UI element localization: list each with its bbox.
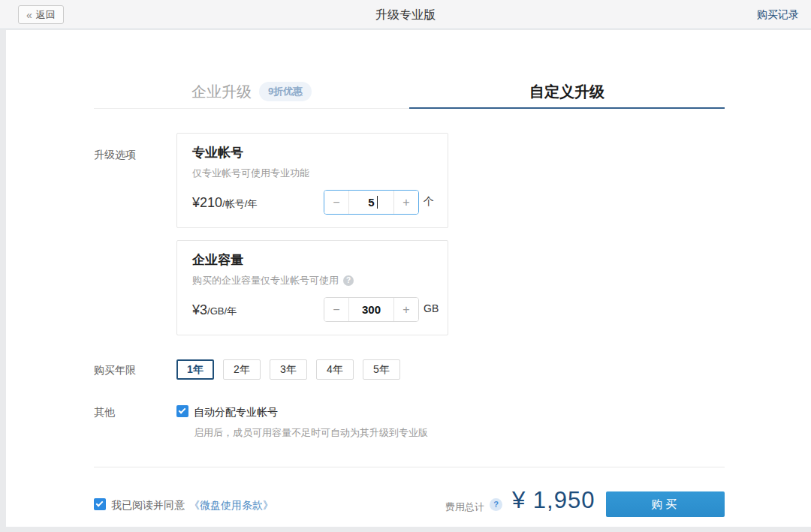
quantity-unit: GB — [424, 302, 439, 314]
auto-assign-checkbox[interactable] — [176, 405, 188, 417]
minus-button[interactable]: − — [324, 191, 349, 214]
total-label: 费用总计 — [445, 500, 484, 514]
auto-assign-desc: 启用后，成员可用容量不足时可自动为其升级到专业版 — [194, 426, 428, 440]
purchase-history-link[interactable]: 购买记录 — [757, 0, 799, 29]
tab-enterprise-label: 企业升级 — [191, 82, 252, 102]
capacity-help-icon[interactable]: ? — [343, 275, 354, 286]
discount-badge: 9折优惠 — [259, 82, 312, 101]
active-tab-underline — [409, 107, 725, 109]
total-amount: ¥ 1,950 — [512, 487, 595, 514]
quantity-cell — [349, 298, 393, 321]
terms-checkbox[interactable] — [94, 498, 106, 510]
agree-text: 我已阅读并同意 — [111, 499, 185, 512]
year-option-1[interactable]: 1年 — [176, 359, 214, 380]
buy-button[interactable]: 购买 — [606, 491, 725, 517]
year-option-5[interactable]: 5年 — [363, 359, 400, 380]
price-row: ¥3 /GB/年 — [192, 302, 237, 318]
unit-price: ¥3 — [192, 302, 207, 318]
upgrade-options-label: 升级选项 — [94, 149, 136, 162]
plus-button[interactable]: + — [393, 298, 418, 321]
card-title: 企业容量 — [192, 251, 243, 269]
capacity-quantity-stepper: − + — [324, 297, 419, 322]
auto-assign-label: 自动分配专业帐号 — [194, 406, 278, 419]
account-quantity-stepper: − + — [324, 190, 419, 215]
card-title: 专业帐号 — [192, 144, 243, 161]
topbar: « 返回 升级专业版 购买记录 — [0, 0, 811, 29]
capacity-quantity-input[interactable] — [349, 298, 393, 321]
footer-divider — [94, 467, 725, 467]
card-desc: 购买的企业容量仅专业帐号可使用 ? — [192, 274, 354, 287]
minus-button[interactable]: − — [324, 298, 349, 321]
page-title: 升级专业版 — [0, 0, 811, 29]
text-caret — [377, 196, 378, 209]
duration-label: 购买年限 — [94, 364, 136, 377]
tab-custom-label: 自定义升级 — [529, 82, 604, 102]
year-option-4[interactable]: 4年 — [316, 359, 354, 380]
other-label: 其他 — [94, 406, 115, 419]
tab-custom-upgrade[interactable]: 自定义升级 — [409, 75, 725, 108]
card-desc: 仅专业帐号可使用专业功能 — [192, 167, 309, 180]
year-option-2[interactable]: 2年 — [223, 359, 261, 380]
card-enterprise-capacity: 企业容量 购买的企业容量仅专业帐号可使用 ? ¥3 /GB/年 − + GB — [176, 240, 448, 335]
quantity-cell — [349, 191, 393, 214]
unit-price-suffix: /GB/年 — [207, 305, 237, 318]
unit-price: ¥210 — [192, 195, 222, 211]
total-help-icon[interactable]: ? — [490, 498, 502, 511]
quantity-unit: 个 — [424, 195, 434, 209]
account-quantity-input[interactable] — [349, 191, 393, 214]
card-professional-account: 专业帐号 仅专业帐号可使用专业功能 ¥210 /帐号/年 − + 个 — [176, 133, 448, 228]
terms-link[interactable]: 《微盘使用条款》 — [189, 499, 273, 512]
check-icon — [179, 407, 186, 414]
check-icon — [96, 500, 104, 507]
card-desc-text: 购买的企业容量仅专业帐号可使用 — [192, 274, 339, 287]
year-option-3[interactable]: 3年 — [270, 359, 307, 380]
content-panel: 企业升级 9折优惠 自定义升级 升级选项 专业帐号 仅专业帐号可使用专业功能 ¥… — [6, 30, 811, 527]
unit-price-suffix: /帐号/年 — [222, 197, 257, 211]
price-row: ¥210 /帐号/年 — [192, 195, 257, 211]
upgrade-page: « 返回 升级专业版 购买记录 企业升级 9折优惠 自定义升级 升级选项 专业帐… — [0, 0, 811, 532]
tab-enterprise-upgrade[interactable]: 企业升级 9折优惠 — [94, 75, 409, 108]
plus-button[interactable]: + — [393, 191, 418, 214]
